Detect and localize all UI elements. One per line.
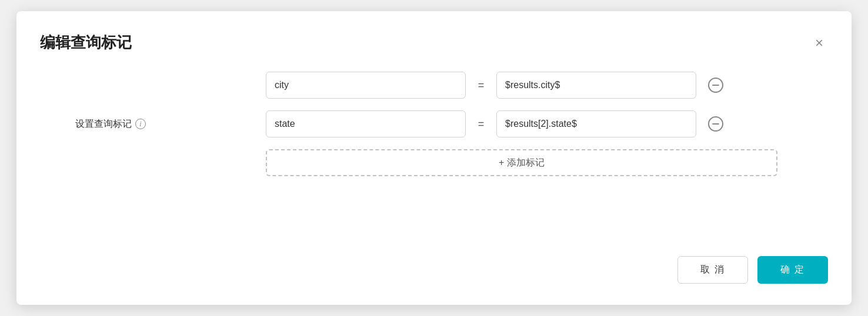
minus-circle-icon-0 — [708, 78, 723, 93]
dialog-footer: 取 消 确 定 — [40, 251, 828, 284]
entry-row-1: = — [266, 110, 777, 137]
key-input-1[interactable] — [266, 110, 466, 137]
dialog-body: 设置查询标记 i = = — [40, 72, 828, 233]
cancel-button[interactable]: 取 消 — [677, 256, 748, 284]
label-row: 设置查询标记 i = = — [40, 72, 828, 176]
entry-row-0: = — [266, 72, 777, 99]
dialog-title: 编辑查询标记 — [40, 32, 132, 53]
add-tag-button[interactable]: + 添加标记 — [266, 149, 777, 176]
key-input-0[interactable] — [266, 72, 466, 99]
add-tag-label: + 添加标记 — [499, 157, 545, 169]
close-button[interactable]: × — [810, 33, 828, 52]
entries-section: = = + 添加标记 — [266, 72, 777, 176]
remove-button-0[interactable] — [706, 75, 726, 95]
minus-circle-icon-1 — [708, 116, 723, 132]
equals-sign-1: = — [475, 118, 487, 130]
field-label-text: 设置查询标记 — [75, 118, 132, 130]
remove-button-1[interactable] — [706, 114, 726, 134]
info-icon: i — [135, 119, 146, 129]
equals-sign-0: = — [475, 79, 487, 92]
value-input-1[interactable] — [496, 110, 696, 137]
edit-query-tag-dialog: 编辑查询标记 × 设置查询标记 i = — [16, 11, 852, 305]
confirm-button[interactable]: 确 定 — [757, 256, 828, 284]
close-icon: × — [815, 36, 823, 50]
field-label: 设置查询标记 i — [40, 118, 146, 130]
value-input-0[interactable] — [496, 72, 696, 99]
dialog-header: 编辑查询标记 × — [40, 32, 828, 53]
